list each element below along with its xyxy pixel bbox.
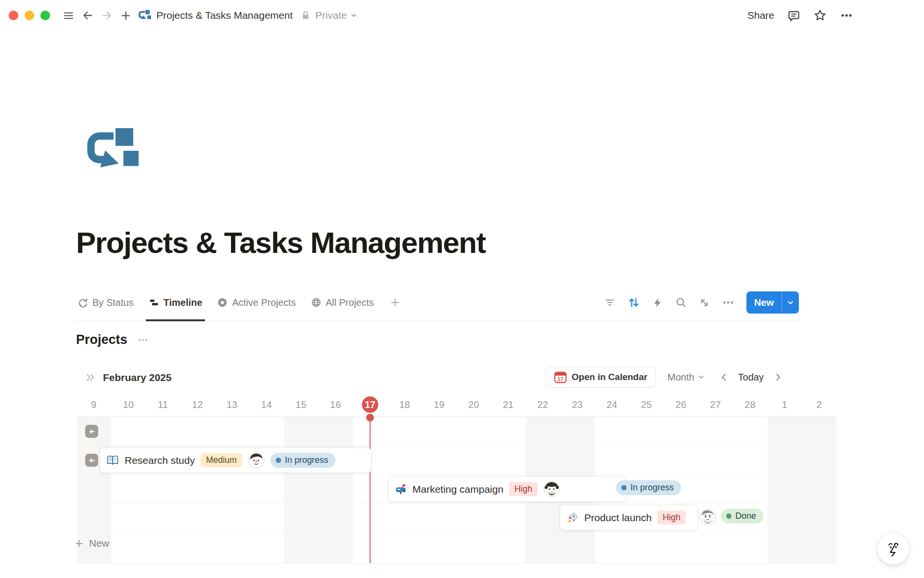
more-icon[interactable]	[722, 296, 734, 309]
tab-timeline[interactable]: Timeline	[147, 284, 204, 321]
day-label: 23	[560, 395, 595, 414]
day-label: 21	[491, 395, 526, 414]
prev-month-chevron-icon[interactable]	[720, 373, 728, 381]
status-dot	[621, 485, 627, 490]
globe-icon	[311, 297, 321, 308]
today-button[interactable]: Today	[738, 372, 764, 383]
assignee-avatar	[248, 452, 265, 469]
day-label: 10	[111, 395, 146, 414]
view-toolbar: New	[604, 284, 799, 321]
today-marker-line	[370, 417, 371, 563]
plus-icon	[74, 539, 84, 549]
day-label: 1	[767, 395, 802, 414]
scroll-to-bar-left-button[interactable]	[85, 454, 98, 467]
row-divider	[77, 446, 836, 446]
assignee-avatar	[699, 509, 716, 525]
back-icon[interactable]	[81, 9, 94, 22]
tab-label: By Status	[92, 297, 134, 308]
status-dot	[726, 513, 732, 519]
next-month-chevron-icon[interactable]	[774, 373, 782, 381]
lock-icon	[300, 10, 311, 21]
expand-icon[interactable]	[699, 297, 710, 308]
titlebar: Projects & Tasks Management Private Shar…	[0, 0, 924, 31]
forward-icon[interactable]	[101, 9, 113, 22]
comment-icon[interactable]	[787, 9, 800, 22]
tab-label: All Projects	[326, 297, 374, 308]
priority-badge: High	[657, 511, 686, 525]
timeline-month-title: February 2025	[103, 372, 171, 383]
double-chevron-icon[interactable]	[85, 372, 96, 383]
add-view-button[interactable]	[388, 284, 402, 321]
day-label: 25	[629, 395, 664, 414]
new-button-group: New	[746, 291, 799, 314]
tab-active-projects[interactable]: Active Projects	[216, 284, 297, 321]
day-label: 12	[180, 395, 215, 414]
day-label: 9	[77, 395, 111, 414]
hamburger-icon[interactable]	[63, 10, 75, 22]
search-icon[interactable]	[675, 297, 687, 308]
star-circle-icon	[217, 297, 228, 308]
page-logo-icon-large[interactable]	[86, 127, 142, 174]
svg-text:17: 17	[557, 376, 563, 381]
calendar-17-icon: 17	[554, 371, 567, 384]
ai-assistant-button[interactable]	[877, 532, 910, 565]
day-label: 2	[802, 395, 836, 414]
timeline-card-marketing-campaign[interactable]: Marketing campaign High	[388, 476, 627, 502]
tab-all-projects[interactable]: All Projects	[309, 284, 375, 321]
day-label: 16	[318, 395, 353, 414]
card-title: Research study	[125, 455, 195, 466]
row-divider	[77, 532, 836, 532]
new-button-chevron[interactable]	[782, 291, 799, 314]
timeline-card-research-study[interactable]: Research study Medium In progress	[100, 447, 372, 473]
open-book-icon	[106, 455, 119, 466]
priority-badge: High	[509, 482, 538, 496]
lightning-icon[interactable]	[652, 297, 663, 308]
new-row-button[interactable]: New	[74, 538, 109, 549]
favorite-star-icon[interactable]	[813, 9, 827, 22]
notion-window: Projects & Tasks Management Private Shar…	[0, 0, 924, 578]
zoom-window-button[interactable]	[40, 11, 50, 20]
scroll-to-bar-left-button[interactable]	[85, 425, 98, 438]
collection-more-icon[interactable]	[137, 334, 149, 346]
status-badge: In progress	[616, 480, 681, 495]
day-label: 13	[215, 395, 249, 414]
row-divider	[77, 474, 836, 475]
share-button[interactable]: Share	[747, 10, 774, 21]
new-tab-icon[interactable]	[120, 10, 132, 22]
timeline-bars-icon	[149, 297, 159, 308]
privacy-label[interactable]: Private	[315, 10, 346, 21]
row-divider	[77, 503, 836, 503]
timescale-selector[interactable]: Month	[667, 372, 705, 383]
open-in-calendar-button[interactable]: 17 Open in Calendar	[545, 367, 656, 388]
day-label: 19	[422, 395, 457, 414]
timeline-date-row: 9 10 11 12 13 14 15 16 17 18 19 20 21 22…	[77, 395, 836, 414]
day-label: 20	[456, 395, 491, 414]
today-marker-dot	[366, 414, 374, 421]
day-label: 22	[526, 395, 560, 414]
close-window-button[interactable]	[9, 11, 18, 20]
timeline-card-product-launch[interactable]: Product launch High	[560, 505, 698, 530]
chevron-down-icon	[698, 374, 705, 381]
day-label: 14	[249, 395, 284, 414]
tab-label: Active Projects	[232, 297, 295, 308]
day-label: 24	[594, 395, 629, 414]
page-logo-icon	[139, 10, 152, 21]
mailbox-icon	[395, 483, 407, 495]
more-icon[interactable]	[840, 9, 853, 22]
day-label: 27	[698, 395, 733, 414]
filter-icon[interactable]	[604, 297, 616, 308]
minimize-window-button[interactable]	[25, 11, 34, 20]
status-badge: Done	[721, 509, 763, 524]
status-dot	[276, 458, 281, 463]
status-badge: In progress	[270, 453, 335, 468]
new-button[interactable]: New	[746, 291, 782, 314]
sort-icon[interactable]	[628, 296, 640, 309]
timeline-grid: Research study Medium In progress	[77, 417, 836, 564]
tab-by-status[interactable]: By Status	[76, 284, 135, 321]
day-label-today: 17	[353, 395, 387, 414]
page-title: Projects & Tasks Management	[76, 225, 486, 260]
day-label: 28	[733, 395, 768, 414]
ai-face-icon	[884, 539, 902, 558]
chevron-down-icon[interactable]	[350, 12, 357, 19]
rocket-icon	[566, 512, 578, 524]
